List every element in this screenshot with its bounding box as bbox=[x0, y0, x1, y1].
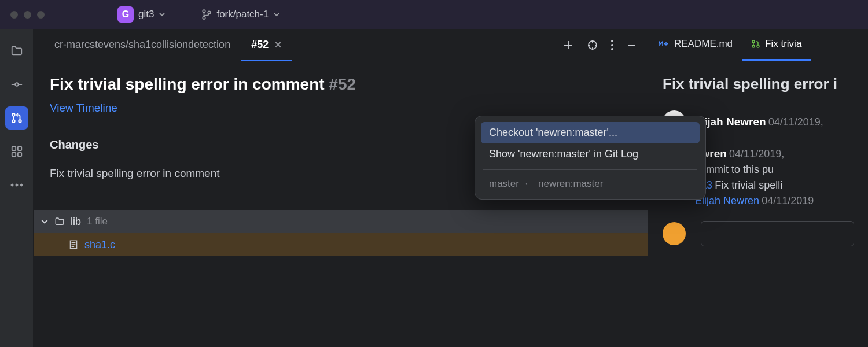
titlebar: G git3 fork/patch-1 bbox=[0, 0, 868, 29]
tree-file-row[interactable]: sha1.c bbox=[34, 233, 648, 256]
chevron-down-icon bbox=[41, 217, 49, 226]
comment-input[interactable] bbox=[701, 221, 854, 246]
file-tree: lib 1 file sha1.c bbox=[34, 210, 648, 256]
pr-number: #52 bbox=[329, 75, 356, 93]
more-button[interactable] bbox=[611, 40, 613, 50]
svg-point-12 bbox=[16, 184, 18, 186]
tree-folder-row[interactable]: lib 1 file bbox=[34, 210, 648, 233]
activity-row: ewren 04/11/2019, commit to this pu oa3 … bbox=[695, 147, 854, 207]
tab-repo-path[interactable]: cr-marcstevens/sha1collisiondetection bbox=[44, 29, 241, 61]
right-tab-pr[interactable]: Fix trivia bbox=[742, 29, 811, 61]
pull-request-icon bbox=[751, 39, 760, 49]
maximize-window-icon[interactable] bbox=[37, 11, 45, 19]
chevron-down-icon bbox=[159, 11, 165, 18]
project-name: git3 bbox=[138, 9, 154, 20]
markdown-icon bbox=[658, 40, 670, 48]
arrow-left-icon: ← bbox=[524, 178, 534, 190]
close-window-icon[interactable] bbox=[10, 11, 18, 19]
svg-point-17 bbox=[611, 48, 613, 50]
branch-context-menu: Checkout 'newren:master'... Show 'newren… bbox=[475, 116, 706, 200]
tab-strip: cr-marcstevens/sha1collisiondetection #5… bbox=[34, 29, 648, 61]
svg-point-3 bbox=[15, 83, 19, 86]
branch-selector[interactable]: fork/patch-1 bbox=[198, 6, 284, 23]
folder-icon bbox=[54, 216, 65, 227]
svg-point-20 bbox=[752, 45, 755, 47]
project-selector[interactable]: G git3 bbox=[114, 4, 169, 25]
tab-label: #52 bbox=[251, 39, 269, 51]
chevron-down-icon bbox=[273, 11, 280, 18]
svg-point-11 bbox=[11, 184, 13, 186]
right-tab-readme[interactable]: README.md bbox=[649, 29, 742, 61]
svg-point-1 bbox=[203, 16, 206, 19]
folder-name: lib bbox=[71, 216, 81, 228]
source-branch: newren:master bbox=[538, 178, 603, 190]
tab-pr[interactable]: #52 ✕ bbox=[241, 29, 292, 61]
git-branch-icon bbox=[201, 9, 212, 20]
view-timeline-link[interactable]: View Timeline bbox=[50, 102, 117, 115]
menu-branch-direction: master ← newren:master bbox=[481, 175, 700, 193]
sidebar-pull-request-button[interactable] bbox=[5, 106, 28, 130]
svg-point-13 bbox=[20, 184, 23, 186]
svg-rect-9 bbox=[12, 153, 15, 156]
tab-label: cr-marcstevens/sha1collisiondetection bbox=[54, 39, 230, 51]
folder-file-count: 1 file bbox=[87, 216, 108, 227]
sidebar-folder-button[interactable] bbox=[5, 39, 28, 62]
project-badge-icon: G bbox=[117, 6, 134, 23]
commit-title: Fix trivial spelli bbox=[715, 179, 782, 191]
activity-date: 04/11/2019, bbox=[768, 116, 823, 128]
svg-rect-7 bbox=[12, 147, 15, 150]
pr-title: Fix trivial spelling error in comment #5… bbox=[50, 75, 632, 94]
menu-checkout[interactable]: Checkout 'newren:master'... bbox=[481, 122, 700, 143]
menu-divider bbox=[483, 169, 697, 170]
activity-description: commit to this pu bbox=[695, 164, 854, 176]
sidebar-commit-button[interactable] bbox=[5, 73, 28, 96]
activity-date: 04/11/2019, bbox=[729, 148, 784, 160]
svg-point-21 bbox=[757, 45, 759, 47]
target-button[interactable] bbox=[587, 39, 598, 51]
avatar bbox=[663, 222, 686, 245]
target-branch: master bbox=[489, 178, 519, 190]
svg-point-5 bbox=[12, 120, 15, 123]
activity-date: 04/11/2019 bbox=[762, 195, 814, 206]
close-icon[interactable]: ✕ bbox=[274, 39, 282, 50]
svg-point-0 bbox=[203, 10, 206, 13]
add-button[interactable] bbox=[562, 39, 574, 51]
svg-point-19 bbox=[752, 40, 755, 43]
svg-point-6 bbox=[19, 120, 21, 123]
svg-point-2 bbox=[208, 11, 211, 14]
changes-heading: Changes bbox=[50, 138, 98, 152]
svg-point-15 bbox=[611, 40, 613, 42]
sidebar-apps-button[interactable] bbox=[5, 140, 28, 163]
sidebar-more-button[interactable] bbox=[5, 174, 28, 197]
tab-label: README.md bbox=[674, 38, 733, 50]
tool-sidebar bbox=[0, 29, 34, 347]
branch-name: fork/patch-1 bbox=[216, 9, 269, 20]
file-name: sha1.c bbox=[84, 239, 115, 251]
menu-show-git-log[interactable]: Show 'newren:master' in Git Log bbox=[481, 143, 700, 165]
minimize-window-icon[interactable] bbox=[24, 11, 31, 19]
tab-label: Fix trivia bbox=[765, 38, 801, 50]
traffic-lights bbox=[10, 11, 45, 19]
comment-row bbox=[663, 221, 854, 246]
svg-point-16 bbox=[611, 44, 613, 46]
right-panel-title: Fix trivial spelling error i bbox=[663, 75, 854, 93]
svg-point-4 bbox=[12, 113, 15, 116]
svg-rect-10 bbox=[17, 153, 21, 156]
pr-title-text: Fix trivial spelling error in comment bbox=[50, 75, 325, 93]
minimize-panel-button[interactable] bbox=[626, 39, 638, 51]
svg-rect-8 bbox=[17, 147, 21, 150]
file-icon bbox=[68, 239, 79, 250]
